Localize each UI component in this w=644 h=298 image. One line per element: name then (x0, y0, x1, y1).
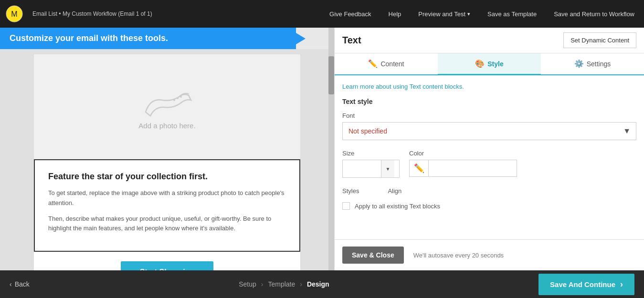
top-navigation: M Email List • My Custom Workflow (Email… (0, 0, 644, 28)
panel-title: Text (342, 35, 361, 46)
left-scrollbar[interactable] (328, 28, 334, 270)
size-group: Size ▼ (342, 150, 400, 178)
save-and-return-nav[interactable]: Save and Return to Workflow (550, 9, 638, 20)
size-label: Size (342, 150, 400, 157)
right-panel-body: Learn more about using Text content bloc… (335, 75, 644, 239)
breadcrumb-nav: Setup › Template › Design (30, 280, 538, 288)
save-close-bar: Save & Close We'll autosave every 20 sec… (335, 239, 644, 270)
email-card: Add a photo here. Feature the star of yo… (33, 54, 301, 270)
email-preview-area: Add a photo here. Feature the star of yo… (0, 49, 334, 270)
photo-placeholder-text: Add a photo here. (138, 122, 195, 130)
tabs-row: ✏️ Content 🎨 Style ⚙️ Settings (335, 53, 644, 75)
save-close-button[interactable]: Save & Close (342, 247, 404, 264)
settings-tab-icon: ⚙️ (574, 59, 584, 68)
breadcrumb-sep-2: › (300, 280, 302, 288)
email-body-2: Then, describe what makes your product u… (48, 214, 286, 234)
color-pencil-icon: ✏️ (414, 163, 424, 174)
learn-more-link[interactable]: Learn more about using Text content bloc… (342, 83, 636, 90)
align-label: Align (388, 187, 401, 195)
font-select[interactable]: Not specified (342, 122, 636, 140)
back-button[interactable]: ‹ Back (10, 280, 30, 288)
shoe-icon (141, 83, 193, 122)
email-body-1: To get started, replace the image above … (48, 188, 286, 208)
apply-label: Apply to all existing Text blocks (355, 203, 440, 210)
email-cta-area: Start Shopping (34, 252, 300, 270)
svg-point-2 (173, 99, 175, 101)
svg-text:M: M (11, 10, 17, 18)
save-continue-arrow-icon: › (620, 279, 623, 289)
give-feedback-nav[interactable]: Give Feedback (326, 9, 375, 20)
size-color-row: Size ▼ Color ✏️ (342, 150, 636, 178)
tab-content[interactable]: ✏️ Content (335, 53, 438, 75)
font-select-wrapper: Not specified ▼ (342, 122, 636, 140)
breadcrumb-sep-1: › (261, 280, 264, 288)
right-properties-panel: Text Set Dynamic Content ✏️ Content 🎨 St… (334, 28, 644, 270)
breadcrumb-design: Design (307, 280, 329, 288)
autosave-text: We'll autosave every 20 seconds (413, 252, 504, 259)
bottom-bar: ‹ Back Setup › Template › Design Save An… (0, 270, 644, 298)
size-input-wrapper: ▼ (342, 160, 400, 178)
back-arrow-icon: ‹ (10, 280, 12, 288)
breadcrumb-template: Template (268, 280, 295, 288)
email-text-section: Feature the star of your collection firs… (34, 159, 300, 252)
svg-point-3 (177, 97, 179, 99)
tab-settings[interactable]: ⚙️ Settings (541, 53, 644, 75)
size-dropdown-button[interactable]: ▼ (381, 160, 394, 177)
font-label: Font (342, 112, 636, 119)
preview-and-test-nav[interactable]: Preview and Test ▾ (414, 9, 474, 20)
color-swatch[interactable]: ✏️ (410, 160, 429, 176)
apply-checkbox[interactable] (342, 202, 350, 210)
color-label: Color (409, 150, 517, 157)
size-input[interactable] (343, 162, 381, 176)
set-dynamic-content-button[interactable]: Set Dynamic Content (563, 32, 636, 48)
tooltip-banner: Customize your email with these tools. (0, 28, 296, 49)
photo-placeholder: Add a photo here. (34, 54, 300, 159)
tab-content-label: Content (380, 60, 404, 68)
back-label: Back (15, 280, 30, 288)
svg-point-4 (180, 96, 182, 98)
help-nav[interactable]: Help (385, 9, 405, 20)
tooltip-text: Customize your email with these tools. (10, 33, 168, 43)
tab-settings-label: Settings (587, 60, 611, 68)
tab-style-label: Style (487, 60, 503, 68)
nav-breadcrumb: Email List • My Custom Workflow (Email 1… (32, 10, 152, 17)
left-email-panel: Customize your email with these tools. (0, 28, 334, 270)
color-group: Color ✏️ (409, 150, 517, 178)
color-input-wrapper: ✏️ (409, 160, 517, 177)
email-heading: Feature the star of your collection firs… (48, 172, 286, 182)
breadcrumb-setup: Setup (239, 280, 256, 288)
styles-label: Styles (342, 187, 359, 195)
content-tab-icon: ✏️ (368, 59, 378, 68)
tab-style[interactable]: 🎨 Style (438, 53, 541, 75)
scroll-thumb (328, 56, 334, 94)
main-content: Customize your email with these tools. (0, 28, 644, 270)
text-style-heading: Text style (342, 98, 636, 105)
color-text-input[interactable] (429, 165, 517, 172)
apply-checkbox-row: Apply to all existing Text blocks (342, 202, 636, 210)
start-shopping-button[interactable]: Start Shopping (121, 261, 214, 270)
right-panel-header: Text Set Dynamic Content (335, 28, 644, 53)
mailchimp-logo[interactable]: M (6, 5, 23, 22)
style-tab-icon: 🎨 (475, 59, 485, 68)
save-continue-label: Save And Continue (550, 280, 615, 288)
save-and-continue-button[interactable]: Save And Continue › (538, 274, 634, 295)
save-as-template-nav[interactable]: Save as Template (484, 9, 540, 20)
styles-align-row: Styles Align (342, 187, 636, 195)
